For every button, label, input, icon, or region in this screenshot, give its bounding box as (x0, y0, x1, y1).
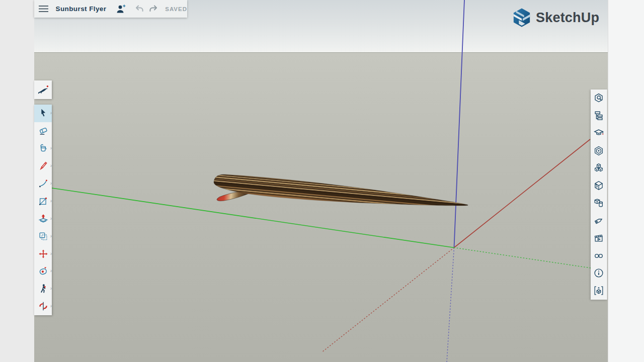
panel-3d-warehouse[interactable] (591, 195, 607, 212)
tool-walk[interactable]: › (34, 280, 52, 298)
sketchup-watermark: SketchUp (512, 8, 599, 28)
boxed-cube-arrow-icon (593, 285, 604, 296)
panel-scenes[interactable] (591, 229, 607, 247)
tool-select[interactable]: › (34, 105, 52, 122)
flyout-arrow-icon: › (50, 216, 52, 221)
cube-magnifier-icon (593, 93, 604, 104)
flyout-arrow-icon: › (50, 199, 52, 204)
tool-shapes[interactable]: › (34, 192, 52, 210)
panel-tags[interactable] (591, 212, 607, 230)
flyout-arrow-icon: › (50, 146, 52, 151)
glasses-icon (593, 250, 604, 261)
panel-instructor[interactable] (591, 125, 607, 142)
redo-arrow-icon[interactable] (146, 5, 160, 14)
scene-overlay (34, 0, 608, 362)
flyout-arrow-icon: › (50, 286, 52, 291)
tool-paint[interactable]: › (34, 140, 52, 157)
protractor-rotate-icon (38, 265, 49, 277)
panel-solid-inspector[interactable] (591, 282, 607, 300)
flyout-arrow-icon: › (50, 251, 52, 256)
clapperboard-icon (593, 233, 604, 244)
save-status-badge: SAVED (165, 6, 187, 12)
push-pull-arrow-icon (38, 213, 49, 224)
graduation-cap-icon (593, 128, 604, 139)
stacked-cubes-icon (593, 163, 604, 174)
add-person-icon[interactable] (113, 4, 128, 14)
tool-arc[interactable]: › (34, 175, 52, 193)
flyout-arrow-icon: › (50, 163, 52, 168)
arc-points-icon (38, 178, 49, 189)
flyout-arrow-icon: › (50, 304, 52, 309)
tool-orbit[interactable]: › (34, 298, 52, 315)
sketchup-logo-text: SketchUp (536, 10, 599, 26)
flyout-arrow-icon: › (50, 111, 52, 116)
concentric-hexagons-icon (593, 145, 604, 156)
3d-viewport-canvas[interactable] (34, 0, 608, 362)
tag-icon (593, 215, 604, 226)
launcher-tool[interactable] (34, 80, 52, 99)
eraser-icon (38, 125, 49, 136)
cursor-arrow-icon (38, 108, 49, 119)
tool-pencil[interactable]: › (34, 157, 52, 175)
orbit-arrows-icon (38, 301, 49, 312)
info-circle-icon (593, 267, 604, 279)
panel-model-info[interactable] (591, 264, 607, 282)
green-axis-dotted (454, 248, 591, 268)
sketchup-logo-icon (512, 8, 531, 28)
drawing-axes (52, 0, 591, 362)
surfboard-deck (213, 173, 469, 214)
leaping-dog-icon (37, 84, 49, 96)
tool-push-pull[interactable]: › (34, 210, 52, 227)
flyout-arrow-icon: › (50, 234, 52, 239)
blue-axis-solid (454, 0, 465, 248)
panel-styles[interactable] (591, 142, 607, 159)
drawing-toolbar: › › › (34, 105, 52, 315)
panel-outliner[interactable] (591, 107, 607, 125)
sketchup-web-app: { "app": { "logo": { "icon": "sketchup-l… (0, 0, 644, 362)
tool-eraser[interactable] (34, 122, 52, 140)
checkered-cube-icon (593, 180, 604, 191)
left-margin-strip (0, 0, 34, 362)
tool-offset[interactable]: › (34, 227, 52, 245)
walking-person-icon (38, 283, 49, 294)
panel-components[interactable] (591, 159, 607, 177)
layered-boxes-icon (593, 110, 604, 121)
undo-arrow-icon[interactable] (132, 5, 146, 14)
red-axis-solid (454, 139, 591, 248)
blue-axis-dotted (447, 248, 454, 362)
right-margin-strip (608, 0, 644, 362)
document-top-bar: Sunburst Flyer SAVED (34, 0, 187, 18)
four-way-arrows-icon (38, 248, 49, 259)
red-axis-dotted (321, 248, 454, 353)
panel-entity-info[interactable] (591, 89, 607, 107)
offset-squares-icon (38, 231, 49, 242)
paint-bucket-icon (38, 143, 49, 154)
hamburger-menu-icon[interactable] (34, 6, 53, 13)
panel-display[interactable] (591, 247, 607, 264)
surfboard-model[interactable] (212, 173, 469, 223)
rectangle-diagonal-icon (38, 196, 49, 207)
document-title[interactable]: Sunburst Flyer (56, 5, 107, 13)
flyout-arrow-icon: › (50, 268, 52, 274)
tool-move[interactable]: › (34, 245, 52, 262)
flyout-arrow-icon: › (50, 181, 52, 186)
panel-materials[interactable] (591, 177, 607, 195)
cube-cylinder-icon (593, 198, 604, 209)
tool-rotate[interactable]: › (34, 262, 52, 280)
panels-toolbar (591, 89, 607, 300)
pencil-icon (38, 160, 49, 171)
